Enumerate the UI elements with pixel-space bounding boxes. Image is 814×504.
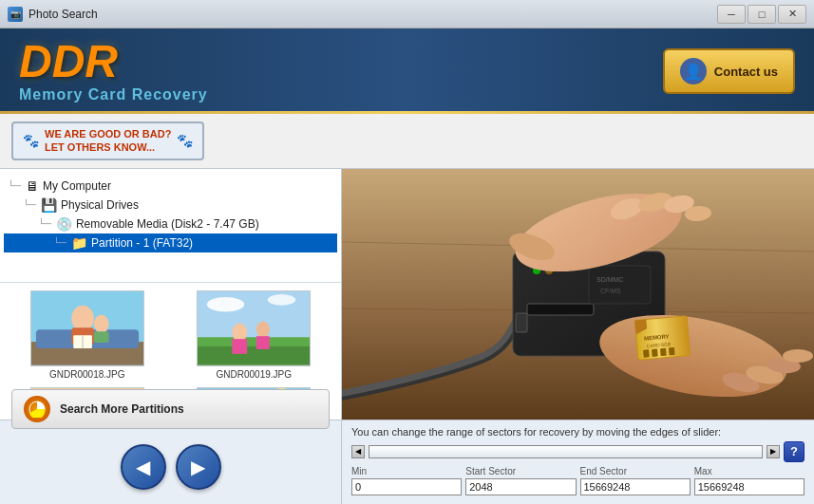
start-sector-input[interactable] [465, 478, 576, 495]
thumb-svg-1 [31, 290, 143, 365]
next-button[interactable]: ▶ [176, 444, 221, 490]
titlebar-left: 📷 Photo Search [8, 7, 98, 22]
slider-info: You can change the range of sectors for … [351, 426, 805, 438]
banner[interactable]: 🐾 WE ARE GOOD OR BAD? LET OTHERS KNOW...… [11, 121, 204, 160]
tree-item-physical[interactable]: └─ 💾 Physical Drives [4, 196, 337, 215]
svg-rect-67 [652, 348, 658, 356]
thumbnail-item-2[interactable]: GNDR00019.JPG [175, 290, 334, 380]
svg-rect-69 [669, 347, 675, 355]
svg-point-3 [71, 306, 94, 332]
start-sector-label: Start Sector [465, 466, 576, 476]
svg-rect-66 [643, 349, 650, 357]
minimize-button[interactable]: ─ [717, 5, 746, 24]
tree-label-removable: Removable Media (Disk2 - 7.47 GB) [76, 217, 259, 231]
min-label: Min [351, 466, 462, 476]
nav-arrows: ◀ ▶ [11, 437, 330, 497]
thumb-img-1 [30, 290, 144, 366]
end-sector-input[interactable] [580, 478, 691, 495]
max-field-group: Max [694, 466, 805, 495]
banner-text: WE ARE GOOD OR BAD? LET OTHERS KNOW... [45, 127, 171, 155]
contact-button[interactable]: 👤 Contact us [663, 48, 795, 94]
removable-media-icon: 💿 [56, 216, 72, 232]
svg-point-14 [268, 294, 295, 306]
tree-item-partition[interactable]: └─ 📁 Partition - 1 (FAT32) [4, 233, 337, 252]
banner-icon: 🐾 [23, 133, 39, 148]
svg-text:CF/MS: CF/MS [600, 288, 621, 294]
left-panel: └─ 🖥 My Computer └─ 💾 Physical Drives └─… [0, 169, 342, 504]
svg-point-17 [256, 322, 270, 339]
thumb-svg-2 [198, 290, 310, 365]
svg-rect-16 [233, 339, 248, 354]
preview-image: SD/MMC CF/MS [342, 169, 814, 420]
tree-connector-3: └─ [53, 237, 69, 248]
bottom-panel: You can change the range of sectors for … [342, 420, 814, 504]
titlebar: 📷 Photo Search ─ □ ✕ [0, 0, 814, 28]
min-input[interactable] [351, 478, 462, 495]
banner-line2: LET OTHERS KNOW... [45, 140, 171, 154]
right-panel: SD/MMC CF/MS [342, 169, 814, 504]
search-partitions-label: Search More Partitions [60, 402, 184, 416]
svg-rect-68 [660, 347, 667, 355]
preview-svg: SD/MMC CF/MS [342, 169, 814, 420]
slider-track[interactable] [369, 445, 763, 458]
bottom-buttons: Search More Partitions ◀ ▶ Refresh Drive… [0, 420, 341, 504]
contact-label: Contact us [714, 65, 778, 79]
thumb-img-2 [197, 290, 311, 366]
max-input[interactable] [694, 478, 805, 495]
thumb-label-1: GNDR00018.JPG [49, 369, 124, 380]
close-button[interactable]: ✕ [778, 5, 806, 24]
tree-label-physical: Physical Drives [61, 198, 139, 212]
svg-rect-51 [516, 313, 527, 332]
tree-connector-1: └─ [23, 199, 39, 210]
svg-point-15 [233, 324, 248, 343]
help-label: ? [790, 444, 798, 458]
svg-rect-6 [94, 332, 109, 344]
svg-rect-18 [256, 336, 270, 349]
svg-rect-45 [527, 304, 594, 315]
tree-view: └─ 🖥 My Computer └─ 💾 Physical Drives └─… [0, 169, 341, 283]
min-field-group: Min [351, 466, 462, 495]
tree-label-computer: My Computer [43, 179, 111, 193]
tree-connector: └─ [8, 180, 24, 191]
svg-point-5 [94, 315, 109, 334]
thumb-label-2: GNDR00019.JPG [217, 369, 292, 380]
end-sector-label: End Sector [580, 466, 691, 476]
header-logo: DDR Memory Card Recovery [19, 39, 208, 103]
tree-item-removable[interactable]: └─ 💿 Removable Media (Disk2 - 7.47 GB) [4, 215, 337, 233]
banner-icon-right: 🐾 [177, 133, 193, 148]
partition-icon: 📁 [71, 235, 87, 251]
svg-point-13 [207, 297, 244, 312]
tree-label-partition: Partition - 1 (FAT32) [91, 236, 193, 250]
slider-left-arrow[interactable]: ◀ [351, 445, 365, 458]
physical-drives-icon: 💾 [41, 197, 57, 213]
logo-subtitle: Memory Card Recovery [19, 86, 208, 103]
search-partitions-icon [24, 396, 50, 422]
end-sector-group: End Sector [580, 466, 691, 495]
slider-row: ◀ ▶ ? [351, 441, 805, 462]
header: DDR Memory Card Recovery 👤 Contact us [0, 28, 814, 114]
titlebar-title: Photo Search [28, 8, 98, 21]
svg-rect-11 [198, 337, 310, 346]
search-partitions-button[interactable]: Search More Partitions [11, 389, 330, 429]
max-label: Max [694, 466, 805, 476]
fields-row: Min Start Sector End Sector Max [351, 466, 805, 495]
computer-icon: 🖥 [26, 178, 39, 194]
start-sector-group: Start Sector [465, 466, 576, 495]
tree-item-computer[interactable]: └─ 🖥 My Computer [4, 177, 337, 196]
logo-ddr: DDR [19, 39, 208, 84]
svg-point-62 [783, 349, 813, 363]
svg-text:SD/MMC: SD/MMC [596, 276, 623, 283]
tree-connector-2: └─ [38, 218, 54, 229]
contact-icon: 👤 [680, 58, 707, 84]
thumbnail-item-1[interactable]: GNDR00018.JPG [8, 290, 167, 380]
slider-right-arrow[interactable]: ▶ [767, 445, 780, 458]
help-button[interactable]: ? [784, 441, 805, 462]
maximize-button[interactable]: □ [748, 5, 776, 24]
app-icon: 📷 [8, 7, 23, 22]
pie-chart-icon [28, 401, 46, 418]
main-content: └─ 🖥 My Computer └─ 💾 Physical Drives └─… [0, 168, 814, 504]
prev-button[interactable]: ◀ [121, 444, 166, 490]
banner-line1: WE ARE GOOD OR BAD? [45, 127, 171, 140]
titlebar-controls: ─ □ ✕ [717, 5, 806, 24]
svg-rect-46 [589, 266, 651, 304]
